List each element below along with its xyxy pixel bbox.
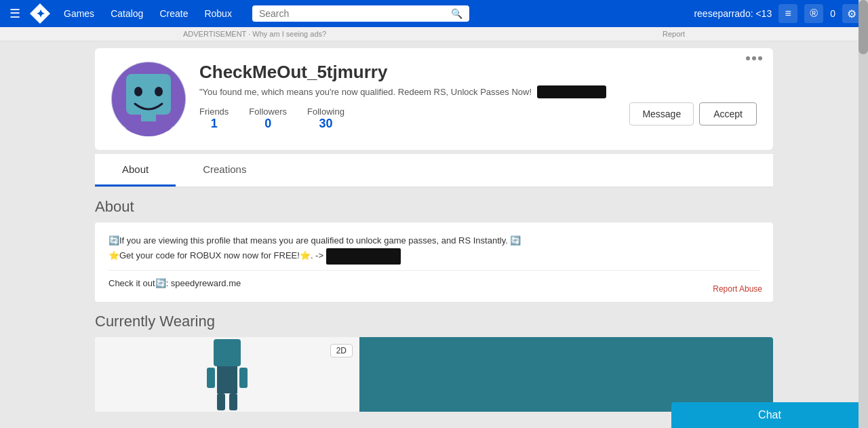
search-bar: 🔍	[252, 5, 469, 22]
following-value: 30	[307, 117, 344, 131]
roblox-logo[interactable]: ✦	[30, 3, 50, 24]
tab-about[interactable]: About	[95, 154, 176, 187]
scrollbar-thumb[interactable]	[859, 0, 868, 54]
svg-rect-8	[207, 368, 215, 388]
robux-count: 0	[830, 8, 835, 19]
dot3	[758, 56, 762, 60]
svg-rect-5	[126, 121, 171, 136]
username-display: reeseparrado: <13	[694, 8, 772, 19]
svg-rect-10	[217, 393, 225, 410]
svg-rect-9	[239, 368, 248, 388]
hamburger-menu[interactable]: ☰	[7, 3, 23, 24]
profile-top: CheckMeOut_5tjmurry "You found me, which…	[111, 62, 757, 136]
bio-redacted	[537, 85, 607, 98]
profile-card: CheckMeOut_5tjmurry "You found me, which…	[95, 48, 773, 150]
report-abuse-link[interactable]: Report Abuse	[713, 284, 762, 294]
ad-report-link[interactable]: Report	[663, 30, 685, 38]
followers-label: Followers	[249, 106, 287, 117]
wearing-preview-left: 2D	[95, 337, 359, 412]
nav-right: reeseparrado: <13 ≡ ® 0 ⚙	[694, 4, 861, 23]
friends-value: 1	[199, 117, 229, 131]
svg-rect-11	[229, 393, 237, 410]
top-navigation: ☰ ✦ Games Catalog Create Robux 🔍 reesepa…	[0, 0, 868, 27]
svg-rect-7	[217, 366, 237, 393]
action-buttons: Message Accept	[629, 102, 757, 125]
chat-label: Chat	[758, 409, 781, 421]
stat-following[interactable]: Following 30	[307, 106, 344, 131]
search-input[interactable]	[259, 8, 447, 19]
search-icon[interactable]: 🔍	[451, 8, 462, 19]
avatar-svg	[111, 62, 186, 136]
message-button[interactable]: Message	[629, 102, 694, 125]
nav-create[interactable]: Create	[153, 4, 195, 23]
wearing-2d-badge[interactable]: 2D	[330, 344, 353, 357]
about-line2: ⭐Get your code for ROBUX now now for FRE…	[108, 248, 760, 265]
avatar	[111, 62, 186, 136]
about-line1: 🔄If you are viewing this profile that me…	[108, 233, 760, 248]
robux-icon-button[interactable]: ®	[804, 4, 823, 23]
profile-username: CheckMeOut_5tjmurry	[199, 62, 616, 83]
profile-tabs: About Creations	[95, 154, 773, 187]
scrollbar[interactable]	[859, 0, 868, 428]
profile-stats: Friends 1 Followers 0 Following 30	[199, 106, 616, 131]
about-section-title: About	[95, 198, 773, 216]
wearing-title: Currently Wearing	[95, 313, 773, 330]
dot1	[746, 56, 750, 60]
profile-bio: "You found me, which means you're now qu…	[199, 85, 616, 98]
ad-text: ADVERTISEMENT · Why am I seeing ads?	[183, 30, 326, 38]
stat-followers[interactable]: Followers 0	[249, 106, 287, 131]
options-menu[interactable]	[746, 56, 762, 60]
tab-creations[interactable]: Creations	[176, 154, 273, 187]
chat-bar[interactable]: Chat	[671, 402, 868, 428]
nav-robux[interactable]: Robux	[197, 4, 238, 23]
profile-info: CheckMeOut_5tjmurry "You found me, which…	[199, 62, 616, 131]
followers-value: 0	[249, 117, 287, 131]
chat-icon-button[interactable]: ≡	[778, 4, 797, 23]
about-website: Check it out🔄: speedyreward.me	[108, 276, 760, 291]
wearing-preview-right	[359, 337, 773, 412]
wearing-box: 2D	[95, 337, 773, 412]
accept-button[interactable]: Accept	[699, 102, 757, 125]
wearing-figure-svg	[203, 339, 251, 410]
nav-games[interactable]: Games	[57, 4, 101, 23]
about-text: 🔄If you are viewing this profile that me…	[108, 233, 760, 265]
stat-friends[interactable]: Friends 1	[199, 106, 229, 131]
dot2	[752, 56, 756, 60]
about-redacted	[326, 248, 401, 265]
wearing-section: Currently Wearing 2D	[95, 313, 773, 412]
svg-point-3	[155, 87, 163, 96]
about-divider	[108, 270, 760, 271]
nav-catalog[interactable]: Catalog	[104, 4, 150, 23]
following-label: Following	[307, 106, 344, 117]
svg-rect-6	[214, 339, 241, 366]
nav-links: Games Catalog Create Robux	[57, 4, 239, 23]
about-box: 🔄If you are viewing this profile that me…	[95, 222, 773, 302]
ad-bar: ADVERTISEMENT · Why am I seeing ads? Rep…	[0, 27, 868, 41]
svg-point-2	[134, 87, 142, 96]
friends-label: Friends	[199, 106, 229, 117]
